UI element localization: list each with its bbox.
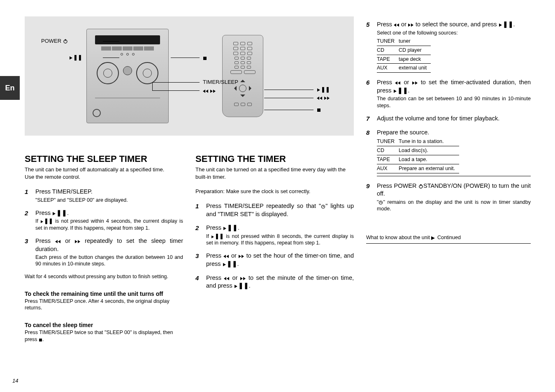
ff-icon <box>408 23 414 27</box>
clock-icon <box>321 204 325 209</box>
sleep-check-body: Press TIMER/SLEEP once. After 4 seconds,… <box>25 298 183 311</box>
sleep-step-2: Press ❚❚. If ❚❚ is not pressed within 4 … <box>25 209 183 231</box>
right-step-9: Press POWER STANDBY/ON (POWER) to turn t… <box>366 182 531 212</box>
page: POWER ❚❚ TIMER/SLEEP ❚❚ <box>25 16 531 343</box>
ff-icon <box>75 240 81 244</box>
svg-marker-39 <box>411 23 413 27</box>
sleep-check-heading: To check the remaining time until the un… <box>25 291 183 297</box>
label-pause: ❚❚ <box>69 54 82 60</box>
play-icon <box>40 220 44 224</box>
svg-marker-24 <box>223 227 226 230</box>
rew-icon <box>55 240 61 244</box>
table-row: TAPELoad a tape. <box>377 155 459 164</box>
svg-marker-37 <box>397 23 399 27</box>
ff-icon <box>240 277 246 281</box>
rew-icon <box>203 89 209 93</box>
timer-steps: Press TIMER/SLEEP repeatedly so that "" … <box>195 202 354 290</box>
svg-marker-16 <box>55 240 58 243</box>
svg-marker-25 <box>211 235 214 238</box>
arrow-right-icon <box>431 236 436 240</box>
page-number: 14 <box>12 378 18 384</box>
table-row: TUNERtuner <box>377 37 431 46</box>
svg-marker-6 <box>210 90 213 93</box>
svg-marker-15 <box>41 220 43 223</box>
table-row: CDCD player <box>377 46 431 55</box>
power-icon <box>63 39 68 44</box>
footer-know-block: What to know about the unit Continued <box>366 234 531 241</box>
table-row: AUXexternal unit <box>377 64 431 73</box>
remote-label-pause: ❚❚ <box>317 86 330 92</box>
stop-icon <box>203 56 207 60</box>
right-step-7: Adjust the volume and tone for timer pla… <box>366 115 531 123</box>
table-row: TAPEtape deck <box>377 55 431 64</box>
prepare-source-table: TUNERTune in to a station. CDLoad disc(s… <box>377 137 459 173</box>
stereo-unit-illustration <box>86 29 169 123</box>
rew-icon <box>394 23 399 27</box>
play-icon <box>223 263 227 267</box>
svg-marker-18 <box>75 240 77 243</box>
right-step-5: Press or to select the source, and press… <box>366 21 531 73</box>
remote-label-stop <box>317 106 321 113</box>
svg-marker-11 <box>324 97 327 100</box>
table-row: AUXPrepare an external unit. <box>377 164 459 173</box>
svg-marker-40 <box>499 23 502 27</box>
timer-step-4: Press or to set the minute of the timer-… <box>195 274 354 290</box>
ff-icon <box>412 81 418 85</box>
svg-marker-51 <box>431 236 435 240</box>
svg-rect-13 <box>317 108 320 112</box>
sleep-steps: Press TIMER/SLEEP. "SLEEP" and "SLEEP 00… <box>25 188 183 267</box>
label-power: POWER <box>41 38 68 44</box>
remote-illustration <box>222 35 263 117</box>
sleep-cancel-heading: To cancel the sleep timer <box>25 322 183 328</box>
play-icon <box>211 235 215 239</box>
label-seek <box>203 88 216 94</box>
svg-marker-17 <box>58 240 60 243</box>
source-table: TUNERtuner CDCD player TAPEtape deck AUX… <box>377 37 431 73</box>
rew-icon <box>224 277 230 281</box>
sleep-cancel-body: Press TIMER/SLEEP twice so that "SLEEP 0… <box>25 329 183 343</box>
svg-marker-33 <box>240 277 243 280</box>
svg-rect-20 <box>39 339 42 341</box>
ff-icon <box>324 96 330 100</box>
svg-marker-9 <box>317 97 319 100</box>
label-stop <box>203 55 207 61</box>
table-row: TUNERTune in to a station. <box>377 137 459 146</box>
svg-marker-4 <box>203 90 205 93</box>
play-icon <box>499 23 503 27</box>
play-icon <box>69 56 73 60</box>
rew-icon <box>317 96 323 100</box>
table-row: CDLoad disc(s). <box>377 146 459 155</box>
play-icon <box>223 226 227 231</box>
svg-marker-44 <box>415 81 418 85</box>
power-icon <box>418 184 423 189</box>
language-tab: En <box>0 76 20 100</box>
svg-marker-27 <box>226 255 229 258</box>
sleep-title: SETTING THE SLEEP TIMER <box>25 154 183 164</box>
sleep-timer-section: SETTING THE SLEEP TIMER The unit can be … <box>25 152 183 343</box>
svg-marker-5 <box>206 90 208 93</box>
svg-marker-30 <box>223 263 226 266</box>
right-column: Press or to select the source, and press… <box>366 16 531 343</box>
timer-step-1: Press TIMER/SLEEP repeatedly so that "" … <box>195 202 354 218</box>
svg-marker-34 <box>243 277 246 280</box>
svg-marker-7 <box>213 90 216 93</box>
device-diagram: POWER ❚❚ TIMER/SLEEP ❚❚ <box>25 16 354 136</box>
rew-icon <box>395 81 401 85</box>
sleep-intro: The unit can be turned off automatically… <box>25 166 183 180</box>
play-icon <box>52 212 56 216</box>
sleep-step-1: Press TIMER/SLEEP. "SLEEP" and "SLEEP 00… <box>25 188 183 203</box>
timer-step-3: Press or to set the hour of the timer-on… <box>195 252 354 268</box>
play-icon <box>393 89 397 93</box>
svg-marker-8 <box>317 88 320 92</box>
svg-marker-14 <box>53 212 56 215</box>
label-timer-sleep: TIMER/SLEEP <box>203 79 238 85</box>
timer-intro: The unit can be turned on at a specified… <box>195 166 354 195</box>
stop-icon <box>39 338 42 342</box>
svg-marker-35 <box>235 285 237 288</box>
right-steps: Press or to select the source, and press… <box>366 21 531 212</box>
sleep-step-3: Press or repeatedly to set the sleep tim… <box>25 237 183 267</box>
svg-marker-36 <box>394 23 396 27</box>
play-icon <box>234 284 238 288</box>
svg-rect-3 <box>203 57 207 60</box>
timer-step-2: Press ❚❚. If ❚❚ is not pressed within 8 … <box>195 224 354 246</box>
